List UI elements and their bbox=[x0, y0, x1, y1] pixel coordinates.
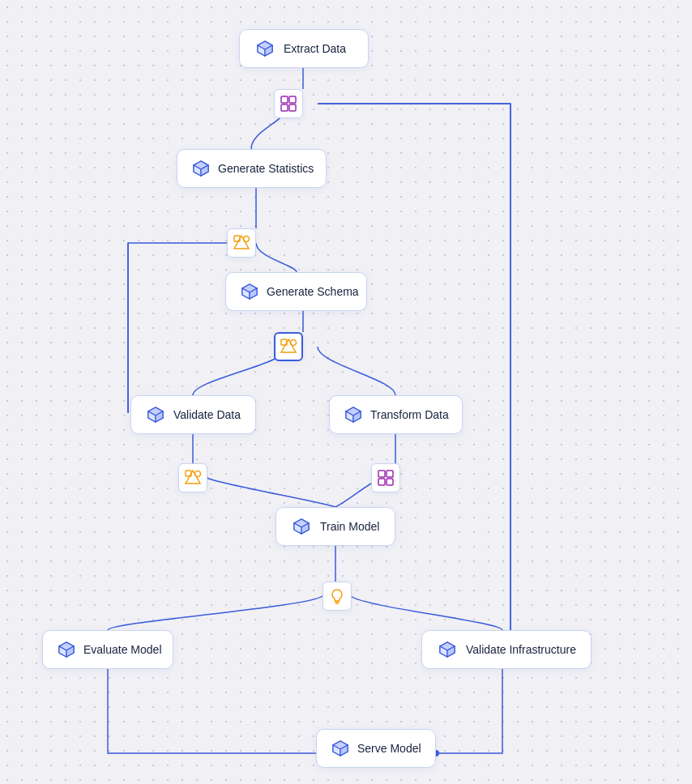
flow-canvas: Extract Data Generate Statistics Generat… bbox=[0, 0, 692, 784]
node-evaluate-model-label: Evaluate Model bbox=[83, 643, 162, 656]
node-extract-data[interactable]: Extract Data bbox=[239, 29, 369, 68]
svg-rect-32 bbox=[387, 479, 393, 485]
node-serve-model[interactable]: Serve Model bbox=[316, 729, 436, 768]
svg-rect-31 bbox=[378, 479, 385, 485]
svg-rect-16 bbox=[281, 96, 288, 103]
svg-rect-18 bbox=[281, 104, 288, 111]
node-evaluate-model[interactable]: Evaluate Model bbox=[42, 630, 173, 669]
node-generate-statistics[interactable]: Generate Statistics bbox=[177, 149, 327, 188]
gate-node-6[interactable] bbox=[323, 582, 352, 611]
svg-rect-17 bbox=[289, 96, 296, 103]
node-validate-infrastructure-label: Validate Infrastructure bbox=[466, 643, 576, 656]
node-serve-model-label: Serve Model bbox=[357, 742, 421, 755]
gate-node-5[interactable] bbox=[371, 463, 400, 492]
cube-icon bbox=[344, 404, 362, 425]
node-validate-data-label: Validate Data bbox=[173, 408, 241, 421]
node-transform-data[interactable]: Transform Data bbox=[329, 395, 463, 434]
gate-node-3[interactable] bbox=[274, 332, 303, 361]
svg-point-25 bbox=[291, 340, 297, 346]
node-validate-infrastructure[interactable]: Validate Infrastructure bbox=[421, 630, 592, 669]
node-train-model-label: Train Model bbox=[320, 520, 379, 533]
svg-rect-30 bbox=[387, 471, 393, 477]
node-transform-data-label: Transform Data bbox=[370, 408, 449, 421]
cube-icon bbox=[291, 516, 312, 537]
cube-icon bbox=[331, 738, 349, 759]
gate-node-1[interactable] bbox=[274, 89, 303, 118]
cube-icon bbox=[58, 639, 75, 660]
cube-icon bbox=[241, 281, 258, 302]
node-validate-data[interactable]: Validate Data bbox=[130, 395, 256, 434]
cube-icon bbox=[437, 639, 458, 660]
svg-rect-29 bbox=[378, 471, 385, 477]
node-generate-schema[interactable]: Generate Schema bbox=[225, 272, 367, 311]
node-generate-statistics-label: Generate Statistics bbox=[218, 162, 314, 175]
svg-point-28 bbox=[195, 471, 201, 477]
gate-node-4[interactable] bbox=[178, 463, 207, 492]
node-generate-schema-label: Generate Schema bbox=[267, 285, 359, 298]
svg-rect-19 bbox=[289, 104, 296, 111]
cube-icon bbox=[192, 158, 210, 179]
svg-point-22 bbox=[244, 236, 250, 242]
gate-node-2[interactable] bbox=[227, 228, 256, 258]
node-train-model[interactable]: Train Model bbox=[276, 507, 395, 546]
cube-icon bbox=[254, 38, 276, 59]
cube-icon bbox=[146, 404, 165, 425]
node-extract-data-label: Extract Data bbox=[284, 42, 346, 55]
